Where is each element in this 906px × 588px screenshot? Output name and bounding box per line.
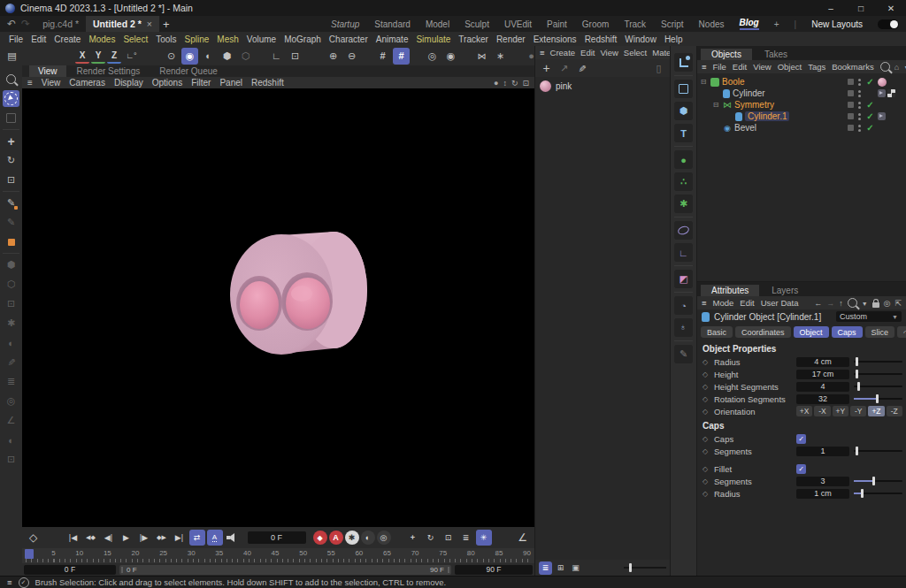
- text-object-icon[interactable]: [674, 124, 693, 142]
- search-commander-icon[interactable]: [3, 71, 19, 88]
- menu-character[interactable]: Character: [329, 34, 368, 44]
- magnet-tool-icon[interactable]: [3, 431, 19, 448]
- attributes-popout-icon[interactable]: [894, 299, 902, 308]
- animation-mode-icon[interactable]: [237, 48, 254, 65]
- orientation-plus-x[interactable]: +X: [796, 406, 812, 416]
- enabled-check-icon[interactable]: ✓: [865, 100, 875, 110]
- menu-mesh[interactable]: Mesh: [217, 34, 238, 44]
- menu-edit[interactable]: Edit: [31, 34, 46, 44]
- material-menu-select[interactable]: Select: [624, 48, 647, 57]
- enable-toggle[interactable]: [848, 79, 854, 85]
- spline-rectangle-icon[interactable]: [674, 80, 693, 98]
- enabled-check-icon[interactable]: ✓: [865, 123, 875, 133]
- menu-volume[interactable]: Volume: [247, 34, 276, 44]
- autokey-button[interactable]: [329, 531, 343, 545]
- layout-startup[interactable]: Startup: [331, 19, 359, 29]
- attributes-search-icon[interactable]: [848, 298, 857, 308]
- material-hamburger-icon[interactable]: [540, 48, 545, 57]
- close-hole-tool-icon[interactable]: [3, 393, 19, 409]
- camera-zoom-icon[interactable]: [503, 79, 507, 88]
- pen-tool-icon[interactable]: [3, 195, 19, 211]
- brush-selection-tool-icon[interactable]: [3, 90, 19, 107]
- radius-field[interactable]: 4 cm: [796, 357, 849, 367]
- vpmenu-options[interactable]: Options: [152, 78, 182, 88]
- keyframe-dot-icon[interactable]: ◇: [703, 447, 710, 455]
- deformer-icon[interactable]: [674, 221, 693, 240]
- loop-playback-button[interactable]: [189, 530, 205, 546]
- visibility-dots[interactable]: [858, 113, 861, 120]
- volume-builder-icon[interactable]: [674, 296, 693, 315]
- material-list-view-icon[interactable]: [539, 561, 552, 575]
- object-name[interactable]: Boole: [722, 77, 745, 87]
- parent-object-icon[interactable]: [839, 299, 843, 308]
- attributes-filter-icon[interactable]: [862, 299, 868, 308]
- orientation-plus-z[interactable]: +Z: [868, 406, 884, 416]
- preset-dropdown[interactable]: Custom ▼: [836, 311, 902, 322]
- bridge-tool-icon[interactable]: [3, 295, 19, 312]
- tab-render-queue[interactable]: Render Queue: [150, 65, 226, 77]
- enabled-check-icon[interactable]: ✓: [865, 77, 875, 87]
- previous-key-button[interactable]: [83, 530, 99, 546]
- object-mode-icon[interactable]: [219, 48, 235, 65]
- tab-layers[interactable]: Layers: [761, 285, 809, 296]
- fillet-radius-field[interactable]: 1 cm: [796, 489, 849, 499]
- modeling-settings-icon[interactable]: [3, 315, 19, 332]
- object-name[interactable]: Symmetry: [734, 100, 774, 110]
- tab-attributes[interactable]: Attributes: [701, 285, 759, 296]
- tab-coordinates[interactable]: Coordinates: [735, 326, 791, 338]
- layout-paint[interactable]: Paint: [547, 19, 567, 29]
- keyframe-settings-button[interactable]: [345, 531, 359, 545]
- objects-menu-object[interactable]: Object: [778, 62, 802, 72]
- keyframe-preset-button[interactable]: [377, 531, 391, 545]
- play-button[interactable]: [119, 530, 134, 546]
- material-preview-size-slider[interactable]: [624, 567, 666, 569]
- objects-menu-view[interactable]: View: [753, 62, 771, 72]
- layout-toggle[interactable]: [878, 19, 899, 29]
- objects-menu-file[interactable]: File: [713, 62, 726, 72]
- undo-icon[interactable]: [7, 18, 16, 30]
- keyframe-dot-icon[interactable]: ◇: [703, 383, 710, 391]
- keyframe-dot-icon[interactable]: ◇: [703, 490, 710, 498]
- objects-menu-edit[interactable]: Edit: [733, 62, 747, 72]
- texture-mode-icon[interactable]: [200, 48, 217, 65]
- key-scale-toggle[interactable]: [441, 530, 457, 546]
- object-name[interactable]: Bevel: [734, 123, 756, 133]
- rotation-segments-slider[interactable]: [854, 398, 902, 400]
- path-tool-icon[interactable]: [3, 412, 19, 429]
- previous-frame-button[interactable]: [101, 530, 117, 546]
- menu-animate[interactable]: Animate: [376, 34, 409, 44]
- objects-menu-bookmarks[interactable]: Bookmarks: [832, 62, 874, 72]
- rotation-segments-field[interactable]: 32: [796, 394, 849, 404]
- quantize-icon[interactable]: [424, 48, 441, 65]
- enable-toggle[interactable]: [848, 113, 854, 119]
- history-forward-icon[interactable]: [826, 299, 834, 308]
- material-large-grid-icon[interactable]: [569, 561, 582, 575]
- visibility-dots[interactable]: [858, 102, 861, 109]
- orientation-minus-y[interactable]: -Y: [850, 406, 866, 416]
- marker-mode-button[interactable]: [207, 530, 223, 546]
- sound-toggle-button[interactable]: [225, 530, 241, 546]
- y-axis-lock[interactable]: Y: [91, 48, 105, 64]
- menu-redshift[interactable]: Redshift: [585, 34, 618, 44]
- tab-objects[interactable]: Objects: [701, 49, 752, 60]
- tab-takes[interactable]: Takes: [754, 49, 798, 60]
- extrude-tool-icon[interactable]: [3, 256, 19, 273]
- visibility-dots[interactable]: [858, 125, 861, 132]
- sketch-tool-icon[interactable]: [3, 214, 19, 231]
- tree-row-cylinder[interactable]: Cylinder: [699, 88, 904, 99]
- tree-row-boole[interactable]: ⊟ Boole ✓: [699, 76, 904, 88]
- material-menu-view[interactable]: View: [600, 48, 618, 57]
- move-tool-icon[interactable]: +: [3, 133, 19, 149]
- menu-file[interactable]: File: [9, 34, 23, 44]
- maximize-button[interactable]: [846, 0, 876, 16]
- tab-close-icon[interactable]: ×: [147, 19, 152, 29]
- axis-extension-icon[interactable]: [492, 48, 509, 65]
- add-layout-button[interactable]: +: [774, 19, 779, 29]
- keyframe-diamond-icon[interactable]: [29, 531, 37, 544]
- current-frame-field[interactable]: 0 F: [248, 531, 306, 544]
- phong-tag-icon[interactable]: [878, 89, 886, 97]
- record-keyframe-button[interactable]: [313, 531, 327, 545]
- menu-window[interactable]: Window: [625, 34, 656, 44]
- axis-center-icon[interactable]: [343, 48, 360, 65]
- menu-help[interactable]: Help: [664, 34, 683, 44]
